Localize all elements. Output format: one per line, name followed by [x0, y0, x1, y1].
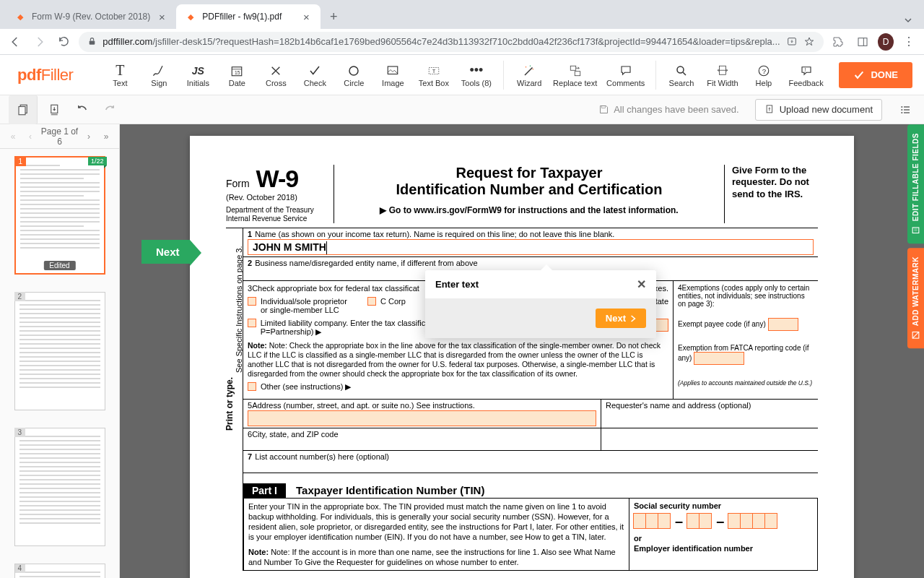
pdffiller-logo[interactable]: pdfFiller — [17, 66, 73, 85]
textbox-icon: T — [427, 63, 440, 79]
check-icon — [853, 69, 865, 81]
checkbox-other[interactable]: Other (see instructions) ▶ — [248, 382, 351, 392]
svg-text:15: 15 — [235, 69, 240, 74]
search-icon — [675, 63, 688, 79]
browser-tab[interactable]: ◆ Form W-9 (Rev. October 2018) × — [6, 4, 176, 29]
extensions-icon[interactable] — [829, 32, 848, 52]
url-input[interactable]: pdffiller.com/jsfiller-desk15/?requestHa… — [79, 32, 823, 52]
last-page-button[interactable]: » — [99, 129, 113, 144]
tabs-overflow-button[interactable] — [898, 16, 918, 25]
tool-fit-width[interactable]: Fit Width — [702, 58, 743, 92]
redo-button[interactable] — [100, 100, 120, 120]
new-tab-button[interactable]: + — [323, 7, 344, 27]
tool-circle[interactable]: Circle — [336, 58, 372, 92]
tool-wizard[interactable]: Wizard — [511, 58, 547, 92]
tool-text[interactable]: TText — [102, 58, 138, 92]
svg-point-13 — [533, 69, 534, 70]
tool-comments[interactable]: Comments — [603, 58, 648, 92]
tool-help[interactable]: ?Help — [746, 58, 782, 92]
comment-icon — [619, 63, 632, 79]
svg-point-30 — [901, 112, 902, 113]
more-icon: ••• — [469, 63, 483, 79]
tin-section: Enter your TIN in the appropriate box. T… — [243, 498, 818, 571]
svg-point-11 — [526, 66, 527, 68]
enter-text-popover: Enter text ✕ Next — [425, 270, 656, 338]
feedback-icon: ! — [800, 63, 813, 79]
close-tab-icon[interactable]: × — [156, 11, 167, 22]
edited-badge: Edited — [43, 261, 75, 270]
pages-panel-toggle[interactable] — [9, 95, 38, 124]
reload-button[interactable] — [55, 32, 74, 52]
tool-cross[interactable]: Cross — [258, 58, 294, 92]
popover-close-button[interactable]: ✕ — [637, 277, 646, 291]
document-canvas[interactable]: Next Form W-9 (Rev. October 2018) Depart… — [120, 124, 924, 578]
tool-search[interactable]: Search — [663, 58, 699, 92]
forward-button[interactable] — [30, 32, 49, 52]
page-number-badge: 1 — [15, 157, 27, 166]
tool-check[interactable]: Check — [297, 58, 333, 92]
form-title: Request for Taxpayer — [343, 165, 715, 181]
tool-textbox[interactable]: TText Box — [414, 58, 453, 92]
fields-count-badge: 1/22 — [88, 157, 107, 165]
first-page-button[interactable]: « — [6, 129, 20, 144]
address-input[interactable] — [248, 410, 596, 426]
page-thumbnail[interactable]: 3 — [14, 428, 105, 546]
upload-document-button[interactable]: Upload new document — [755, 99, 882, 121]
image-icon — [386, 63, 399, 79]
wizard-next-pointer[interactable]: Next — [141, 240, 190, 264]
address-bar: pdffiller.com/jsfiller-desk15/?requestHa… — [0, 29, 924, 55]
install-app-icon[interactable] — [786, 36, 798, 48]
tool-feedback[interactable]: !Feedback — [785, 58, 828, 92]
name-input[interactable]: JOHN M SMITH — [248, 239, 814, 255]
tool-initials[interactable]: JSInitials — [180, 58, 216, 92]
pdffiller-favicon: ◆ — [185, 11, 196, 22]
main-area: « ‹ Page 1 of 6 › » 1 1/22 Edited 2 3 4 — [0, 124, 924, 578]
checkbox-individual[interactable]: Individual/sole proprietor or single-mem… — [248, 297, 354, 314]
save-icon — [598, 104, 609, 115]
back-button[interactable] — [6, 32, 25, 52]
form-row-1: 1Name (as shown on your income tax retur… — [243, 228, 818, 257]
edit-fillable-fields-rail[interactable]: EDIT FILLABLE FIELDS — [907, 124, 924, 243]
form-instructions-link: ▶ Go to www.irs.gov/FormW9 for instructi… — [343, 205, 715, 215]
export-button[interactable] — [45, 100, 65, 120]
form-row-7: 7List account number(s) here (optional) — [243, 451, 818, 473]
page-thumbnail[interactable]: 4 — [14, 564, 105, 578]
tool-sign[interactable]: Sign — [141, 58, 177, 92]
page-thumbnail[interactable]: 1 1/22 Edited — [14, 156, 105, 275]
page-number-badge: 4 — [14, 564, 26, 573]
ssn-input[interactable]: – – — [634, 513, 813, 530]
tool-replace-text[interactable]: Replace text — [550, 58, 600, 92]
tool-date[interactable]: 15Date — [219, 58, 255, 92]
done-button[interactable]: DONE — [839, 62, 912, 88]
undo-button[interactable] — [72, 100, 92, 120]
profile-avatar[interactable]: D — [878, 33, 894, 51]
fatca-code-input[interactable] — [694, 352, 744, 365]
part-1-header: Part I Taxpayer Identification Number (T… — [243, 483, 818, 498]
text-icon: T — [116, 63, 124, 79]
thumbnail-list[interactable]: 1 1/22 Edited 2 3 4 — [0, 149, 119, 578]
exempt-payee-input[interactable] — [768, 318, 798, 331]
svg-rect-32 — [912, 228, 919, 233]
svg-text:!: ! — [804, 66, 806, 72]
svg-point-26 — [901, 106, 902, 108]
chrome-menu-icon[interactable]: ⋮ — [899, 32, 918, 52]
pdf-page[interactable]: Form W-9 (Rev. October 2018) Department … — [190, 136, 854, 578]
popover-next-button[interactable]: Next — [596, 309, 646, 328]
add-watermark-rail[interactable]: ADD WATERMARK — [907, 248, 924, 348]
close-tab-icon[interactable]: × — [300, 11, 312, 22]
checkbox-ccorp[interactable]: C Corp — [367, 297, 406, 314]
tool-image[interactable]: Image — [375, 58, 411, 92]
calendar-icon: 15 — [230, 63, 243, 79]
svg-point-28 — [901, 109, 902, 111]
sidepanel-icon[interactable] — [853, 32, 872, 52]
options-toggle[interactable] — [895, 100, 915, 120]
browser-tab-active[interactable]: ◆ PDFfiller - fw9(1).pdf × — [176, 4, 321, 29]
page-thumbnail[interactable]: 2 — [14, 292, 105, 410]
help-icon: ? — [757, 63, 770, 79]
prev-page-button[interactable]: ‹ — [23, 129, 38, 144]
svg-line-36 — [912, 332, 919, 339]
tab-title: Form W-9 (Rev. October 2018) — [32, 12, 150, 22]
tool-more[interactable]: •••Tools (8) — [456, 58, 496, 92]
next-page-button[interactable]: › — [82, 129, 96, 144]
bookmark-icon[interactable] — [803, 36, 815, 48]
